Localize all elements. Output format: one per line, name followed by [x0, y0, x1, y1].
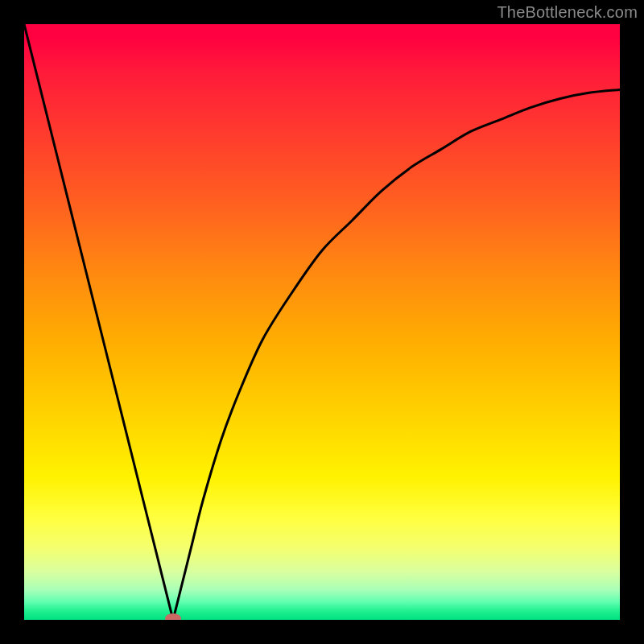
plot-area [24, 24, 620, 620]
curve-layer [24, 24, 620, 620]
bottleneck-curve [24, 24, 620, 620]
minimum-marker [165, 613, 181, 620]
watermark-text: TheBottleneck.com [497, 3, 638, 22]
chart-frame: TheBottleneck.com [0, 0, 644, 644]
